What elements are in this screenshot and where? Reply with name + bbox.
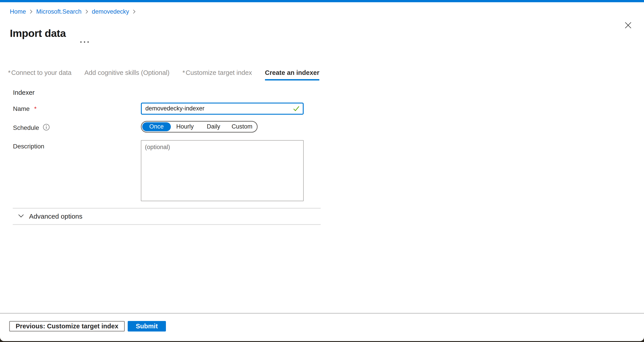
- breadcrumb: Home Microsoft.Search demovedecky: [10, 8, 644, 15]
- schedule-option-custom[interactable]: Custom: [228, 122, 256, 131]
- chevron-right-icon: [132, 9, 136, 14]
- tab-customize-target-index[interactable]: *Customize target index: [182, 69, 252, 80]
- description-textarea[interactable]: [141, 140, 304, 201]
- chevron-right-icon: [85, 9, 88, 14]
- tab-label: Connect to your data: [11, 69, 71, 76]
- close-icon: [624, 27, 632, 30]
- tab-label: Create an indexer: [265, 69, 319, 76]
- page-header: Import data: [10, 20, 644, 46]
- portal-top-accent-bar: [0, 0, 644, 2]
- tab-label: Customize target index: [186, 69, 252, 76]
- name-label: Name*: [13, 102, 141, 112]
- chevron-right-icon: [29, 9, 33, 14]
- tab-label: Add cognitive skills (Optional): [84, 69, 170, 76]
- section-heading-indexer: Indexer: [13, 89, 644, 96]
- required-marker: *: [8, 69, 10, 76]
- schedule-label: Schedule: [13, 121, 141, 132]
- schedule-option-daily[interactable]: Daily: [199, 122, 228, 131]
- footer-divider: [0, 313, 644, 314]
- description-label: Description: [13, 140, 141, 150]
- schedule-label-text: Schedule: [13, 124, 39, 132]
- name-row: Name*: [13, 102, 644, 115]
- close-button[interactable]: [624, 21, 632, 30]
- previous-step-button[interactable]: Previous: Customize target index: [9, 321, 125, 332]
- name-control: [141, 102, 304, 115]
- wizard-tabs: *Connect to your data Add cognitive skil…: [8, 69, 644, 80]
- indexer-form: Indexer Name* Schedule: [13, 89, 644, 202]
- breadcrumb-link-home[interactable]: Home: [10, 8, 26, 15]
- chevron-down-icon: [18, 214, 24, 219]
- description-row: Description: [13, 140, 644, 202]
- more-actions-icon: [80, 41, 90, 44]
- breadcrumb-link-demovedecky[interactable]: demovedecky: [92, 8, 129, 15]
- required-marker: *: [34, 105, 37, 112]
- schedule-option-once[interactable]: Once: [142, 122, 171, 131]
- description-control: [141, 140, 304, 202]
- divider: [13, 224, 321, 225]
- advanced-options-section: Advanced options: [13, 208, 321, 225]
- advanced-options-toggle[interactable]: Advanced options: [13, 208, 321, 224]
- schedule-control: Once Hourly Daily Custom: [141, 121, 258, 132]
- name-label-text: Name: [13, 105, 30, 112]
- tab-add-cognitive-skills[interactable]: Add cognitive skills (Optional): [84, 69, 170, 80]
- description-label-text: Description: [13, 143, 44, 150]
- schedule-segmented-control: Once Hourly Daily Custom: [141, 121, 258, 132]
- breadcrumb-link-microsoft-search[interactable]: Microsoft.Search: [36, 8, 82, 15]
- page-title: Import data: [10, 28, 66, 39]
- tab-create-an-indexer[interactable]: Create an indexer: [265, 69, 319, 80]
- schedule-option-hourly[interactable]: Hourly: [171, 122, 200, 131]
- tab-connect-to-your-data[interactable]: *Connect to your data: [8, 69, 72, 80]
- submit-button[interactable]: Submit: [128, 321, 166, 332]
- required-marker: *: [182, 69, 185, 76]
- indexer-name-input[interactable]: [141, 102, 304, 115]
- footer-actions: Previous: Customize target index Submit: [9, 321, 166, 332]
- more-actions-button[interactable]: [80, 41, 90, 44]
- info-icon[interactable]: [43, 124, 50, 132]
- schedule-row: Schedule Once Hourly Daily Custom: [13, 121, 644, 132]
- advanced-options-label: Advanced options: [29, 212, 82, 220]
- import-data-panel: Home Microsoft.Search demovedecky Import…: [0, 0, 644, 341]
